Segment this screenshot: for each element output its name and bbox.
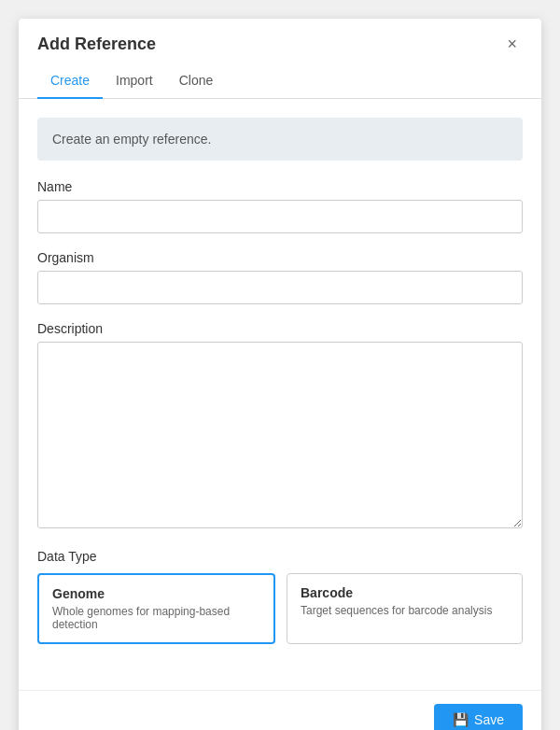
name-group: Name [37,179,523,233]
genome-description: Whole genomes for mapping-based detectio… [52,605,260,631]
close-button[interactable]: × [501,34,523,54]
tab-import[interactable]: Import [103,63,166,99]
barcode-title: Barcode [301,585,509,600]
add-reference-modal: Add Reference × Create Import Clone Crea… [19,19,541,730]
data-type-genome[interactable]: Genome Whole genomes for mapping-based d… [37,573,275,644]
description-textarea[interactable] [37,342,523,528]
tab-create[interactable]: Create [37,63,103,99]
description-group: Description [37,321,523,532]
info-box: Create an empty reference. [37,118,523,161]
modal-header: Add Reference × [19,19,541,54]
name-input[interactable] [37,200,523,233]
save-icon: 💾 [453,712,469,727]
tab-bar: Create Import Clone [19,63,541,99]
save-label: Save [474,712,504,727]
modal-title: Add Reference [37,35,156,54]
save-button[interactable]: 💾 Save [434,704,523,730]
data-type-barcode[interactable]: Barcode Target sequences for barcode ana… [287,573,523,644]
organism-group: Organism [37,250,523,304]
modal-footer: 💾 Save [19,690,541,730]
modal-body: Create an empty reference. Name Organism… [19,99,541,690]
data-type-label: Data Type [37,549,523,564]
name-label: Name [37,179,523,194]
info-box-text: Create an empty reference. [52,132,211,147]
organism-label: Organism [37,250,523,265]
description-label: Description [37,321,523,336]
tab-clone[interactable]: Clone [166,63,227,99]
data-type-options: Genome Whole genomes for mapping-based d… [37,573,523,644]
organism-input[interactable] [37,271,523,304]
barcode-description: Target sequences for barcode analysis [301,604,509,617]
genome-title: Genome [52,586,260,601]
data-type-group: Data Type Genome Whole genomes for mappi… [37,549,523,644]
